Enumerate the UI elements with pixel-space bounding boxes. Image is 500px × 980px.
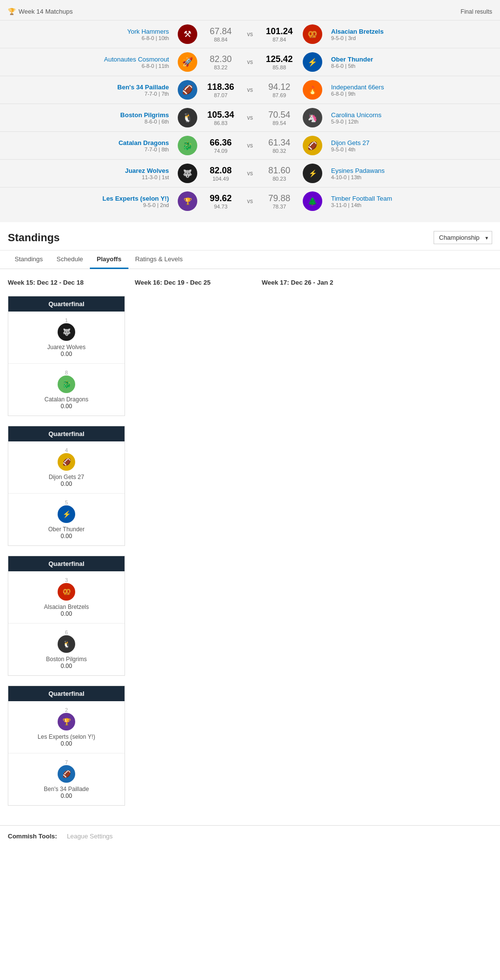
left-team-record: 7-7-0 | 8th [145,146,169,152]
bracket-team-name[interactable]: Juarez Wolves [47,344,85,351]
week15-header: Week 15: Dec 12 - Dec 18 [8,279,135,286]
bracket-team-name[interactable]: Alsacian Bretzels [44,604,89,610]
matchups-header: 🏆 Week 14 Matchups Final results [0,5,500,20]
left-team-record: 11-3-0 | 1st [142,174,169,180]
left-team-record: 6-8-0 | 10th [142,35,169,41]
bracket-team: 4 🏈 Dijon Gets 27 0.00 [8,441,125,494]
bracket-team: 5 ⚡ Ober Thunder 0.00 [8,494,125,545]
week15-label: Week 15: [8,279,35,286]
left-team-avatar: ⚒ [178,24,197,44]
playoffs-content: Week 15: Dec 12 - Dec 18 Week 16: Dec 19… [0,269,500,825]
bracket-team-avatar: 🐉 [58,375,75,393]
right-team-name[interactable]: Timber Football Team [331,195,392,202]
right-team-avatar: 🌲 [303,191,322,211]
tab-schedule[interactable]: Schedule [50,250,90,269]
right-proj: 80.32 [272,148,286,154]
bracket-seed: 5 [65,500,68,505]
right-team-name[interactable]: Eysines Padawans [331,167,385,174]
right-team-avatar: 🏈 [303,136,322,155]
team-right: Alsacian Bretzels 9-5-0 | 3rd [326,28,434,41]
tab-ratings[interactable]: Ratings & Levels [128,250,190,269]
matchups-rows-container: York Hammers 6-8-0 | 10th ⚒ 67.84 88.84 … [0,20,500,215]
bracket-team-score: 0.00 [61,480,72,487]
left-team-record: 9-5-0 | 2nd [143,202,169,208]
bracket-team-avatar: ⚡ [58,505,75,523]
left-team-name[interactable]: Autonautes Cosmorout [104,56,169,63]
vs-label: vs [240,170,260,177]
left-team-name[interactable]: York Hammers [127,28,169,35]
team-right: Dijon Gets 27 9-5-0 | 4th [326,139,434,152]
left-team-name[interactable]: Ben's 34 Paillade [117,83,169,91]
left-team-name[interactable]: Catalan Dragons [119,139,169,146]
quarterfinal-block-1: Quarterfinal 1 🐺 Juarez Wolves 0.00 8 🐉 … [8,296,125,416]
bracket-team-name[interactable]: Ober Thunder [48,526,85,533]
matchup-left-side: York Hammers 6-8-0 | 10th ⚒ 67.84 88.84 [64,24,240,44]
left-team-avatar: 🏈 [178,80,197,100]
week15-range: Dec 12 - Dec 18 [37,279,83,286]
right-proj: 78.37 [272,204,286,209]
right-team-name[interactable]: Alsacian Bretzels [331,28,384,35]
bracket-team-avatar: 🐧 [58,635,75,653]
left-team-record: 8-6-0 | 6th [145,119,169,125]
matchups-week-label: Week 14 Matchups [19,8,73,15]
left-team-name[interactable]: Boston Pilgrims [120,111,169,119]
left-team-avatar: 🏆 [178,191,197,211]
bracket-team-name[interactable]: Boston Pilgrims [46,656,86,663]
weeks-header: Week 15: Dec 12 - Dec 18 Week 16: Dec 19… [8,279,492,286]
team-left: York Hammers 6-8-0 | 10th [66,28,174,41]
standings-section: Standings Championship Standings Schedul… [0,222,500,825]
team-right: Independant 66ers 6-8-0 | 9th [326,83,434,97]
left-team-avatar: 🐧 [178,108,197,127]
left-proj: 86.83 [214,120,228,126]
left-score-block: 82.08 104.49 [201,166,240,182]
tab-standings[interactable]: Standings [8,250,50,269]
bracket-team-score: 0.00 [61,740,72,747]
right-proj: 89.54 [272,120,286,126]
left-team-name[interactable]: Les Experts (selon Y!) [103,195,169,202]
right-score: 70.54 [268,110,290,120]
championship-select-wrapper[interactable]: Championship [434,231,492,244]
vs-label: vs [240,142,260,149]
left-score: 66.36 [209,138,231,148]
left-team-avatar: 🐺 [178,164,197,183]
right-score: 61.34 [268,138,290,148]
right-score: 79.88 [268,193,290,204]
vs-label: vs [240,59,260,65]
bracket-seed: 2 [65,707,68,713]
right-team-name[interactable]: Dijon Gets 27 [331,139,370,146]
right-proj: 87.84 [272,37,286,42]
matchup-right-side: 61.34 80.32 🏈 Dijon Gets 27 9-5-0 | 4th [260,136,436,155]
team-right: Timber Football Team 3-11-0 | 14th [326,195,434,208]
right-score: 81.60 [268,166,290,176]
bracket-team-avatar: 🏈 [58,453,75,471]
left-proj: 104.49 [212,176,229,182]
right-team-name[interactable]: Carolina Unicorns [331,111,381,119]
left-score-block: 66.36 74.09 [201,138,240,154]
league-settings-link[interactable]: League Settings [67,833,113,840]
left-team-record: 7-7-0 | 7th [145,91,169,97]
bracket-team-score: 0.00 [61,610,72,617]
right-team-record: 5-9-0 | 12th [331,119,358,125]
right-team-name[interactable]: Ober Thunder [331,56,373,63]
bracket-team-score: 0.00 [61,533,72,540]
week16-range: Dec 19 - Dec 25 [164,279,210,286]
right-score-block: 101.24 87.84 [260,26,299,42]
tab-playoffs[interactable]: Playoffs [90,250,128,269]
bracket-team-name[interactable]: Dijon Gets 27 [49,474,84,480]
right-team-name[interactable]: Independant 66ers [331,83,384,91]
right-score: 94.12 [268,82,290,92]
left-score: 118.36 [207,82,234,92]
matchup-left-side: Juarez Wolves 11-3-0 | 1st 🐺 82.08 104.4… [64,164,240,183]
bracket-seed: 7 [65,759,68,765]
bracket-seed: 3 [65,577,68,583]
matchup-row: Autonautes Cosmorout 6-8-0 | 11th 🚀 82.3… [0,48,500,76]
championship-select[interactable]: Championship [434,231,492,244]
team-left: Catalan Dragons 7-7-0 | 8th [66,139,174,152]
right-team-avatar: 🔥 [303,80,322,100]
bracket-team-name[interactable]: Les Experts (selon Y!) [38,733,95,740]
vs-label: vs [240,198,260,205]
left-team-name[interactable]: Juarez Wolves [125,167,169,174]
bracket-team-name[interactable]: Ben's 34 Paillade [44,786,89,792]
week16-col [135,296,262,815]
bracket-team-name[interactable]: Catalan Dragons [44,396,88,403]
